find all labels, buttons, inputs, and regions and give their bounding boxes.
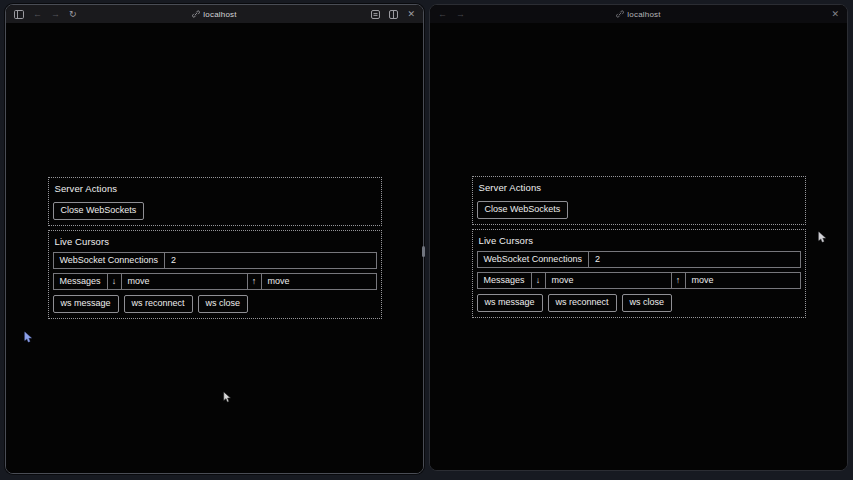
page-title: localhost (627, 10, 660, 19)
connections-label: WebSocket Connections (54, 253, 165, 268)
arrow-up-icon: ↑ (672, 273, 686, 288)
connections-value: 2 (589, 252, 800, 267)
titlebar-right-controls: ✕ (371, 9, 423, 19)
connections-label: WebSocket Connections (478, 252, 589, 267)
remote-cursor-blue (24, 330, 33, 348)
link-icon (616, 10, 624, 18)
received-message-value: move (546, 273, 672, 288)
page-title: localhost (203, 10, 236, 19)
messages-label: Messages (54, 274, 108, 289)
reader-view-icon[interactable] (371, 10, 380, 19)
close-icon[interactable]: ✕ (407, 9, 415, 19)
server-actions-group: Server Actions Close WebSockets (48, 177, 382, 226)
titlebar-right-window: ← → localhost ✕ (430, 5, 847, 23)
messages-row: Messages ↓ move ↑ move (53, 273, 377, 290)
forward-icon[interactable]: → (51, 9, 60, 19)
address-display[interactable]: localhost (430, 5, 847, 23)
page-viewport: Server Actions Close WebSockets Live Cur… (6, 23, 423, 473)
titlebar-left-controls: ← → ↻ (6, 9, 77, 19)
back-icon[interactable]: ← (438, 9, 447, 19)
messages-row: Messages ↓ move ↑ move (477, 272, 801, 289)
server-actions-title: Server Actions (55, 183, 377, 194)
connections-value: 2 (165, 253, 376, 268)
titlebar-left-controls: ← → (430, 9, 465, 19)
split-view-icon[interactable] (389, 10, 398, 19)
ws-buttons-row: ws message ws reconnect ws close (477, 294, 801, 312)
live-cursors-group: Live Cursors WebSocket Connections 2 Mes… (472, 229, 806, 318)
sent-message-value: move (262, 274, 376, 289)
arrow-up-icon: ↑ (248, 274, 262, 289)
titlebar-right-controls: ✕ (831, 9, 847, 19)
titlebar-left: ← → ↻ localhost (6, 5, 423, 23)
browser-window-left: ← → ↻ localhost (5, 4, 424, 474)
received-message-value: move (122, 274, 248, 289)
ws-message-button[interactable]: ws message (477, 294, 543, 312)
sent-message-value: move (686, 273, 800, 288)
arrow-down-icon: ↓ (532, 273, 546, 288)
close-icon[interactable]: ✕ (831, 9, 839, 19)
controls-panel: Server Actions Close WebSockets Live Cur… (472, 176, 806, 318)
ws-close-button[interactable]: ws close (622, 294, 673, 312)
connections-row: WebSocket Connections 2 (53, 252, 377, 269)
arrow-down-icon: ↓ (108, 274, 122, 289)
server-actions-group: Server Actions Close WebSockets (472, 176, 806, 225)
remote-cursor-white (818, 230, 827, 248)
back-icon[interactable]: ← (33, 9, 42, 19)
reload-icon[interactable]: ↻ (69, 9, 77, 19)
mouse-pointer (223, 390, 232, 408)
live-cursors-title: Live Cursors (479, 235, 801, 246)
live-cursors-title: Live Cursors (55, 236, 377, 247)
close-websockets-button[interactable]: Close WebSockets (477, 201, 569, 219)
browser-window-right: ← → localhost ✕ Server Actions (429, 4, 848, 471)
sidebar-toggle-icon[interactable] (14, 10, 24, 19)
ws-buttons-row: ws message ws reconnect ws close (53, 295, 377, 313)
messages-label: Messages (478, 273, 532, 288)
ws-close-button[interactable]: ws close (198, 295, 249, 313)
link-icon (192, 10, 200, 18)
server-actions-title: Server Actions (479, 182, 801, 193)
forward-icon[interactable]: → (456, 9, 465, 19)
window-resize-handle[interactable] (422, 246, 425, 257)
ws-message-button[interactable]: ws message (53, 295, 119, 313)
ws-reconnect-button[interactable]: ws reconnect (124, 295, 193, 313)
ws-reconnect-button[interactable]: ws reconnect (548, 294, 617, 312)
close-websockets-button[interactable]: Close WebSockets (53, 202, 145, 220)
controls-panel: Server Actions Close WebSockets Live Cur… (48, 177, 382, 319)
live-cursors-group: Live Cursors WebSocket Connections 2 Mes… (48, 230, 382, 319)
connections-row: WebSocket Connections 2 (477, 251, 801, 268)
page-viewport: Server Actions Close WebSockets Live Cur… (430, 23, 847, 470)
